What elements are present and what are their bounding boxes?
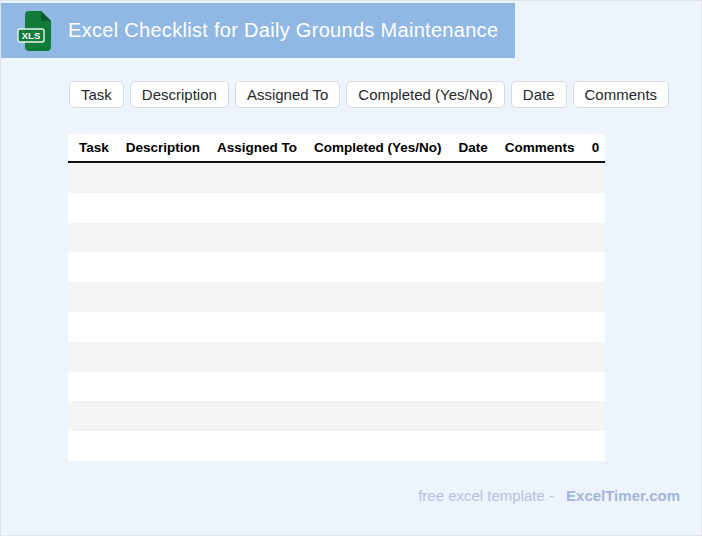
column-header-assigned-to: Assigned To	[217, 140, 297, 155]
column-chips: Task Description Assigned To Completed (…	[69, 81, 669, 108]
app-header: XLS Excel Checklist for Daily Grounds Ma…	[1, 3, 515, 58]
table-row	[68, 431, 605, 461]
checklist-table: Task Description Assigned To Completed (…	[68, 134, 605, 461]
table-row	[68, 312, 605, 342]
footer: free excel template -ExcelTimer.com	[418, 487, 680, 504]
chip-description[interactable]: Description	[130, 81, 229, 108]
column-header-zero: 0	[592, 140, 600, 155]
xls-badge-label: XLS	[22, 30, 40, 41]
page: XLS Excel Checklist for Daily Grounds Ma…	[0, 0, 702, 536]
table-row	[68, 372, 605, 402]
chip-date[interactable]: Date	[511, 81, 567, 108]
chip-comments[interactable]: Comments	[573, 81, 670, 108]
table-row	[68, 282, 605, 312]
column-header-comments: Comments	[505, 140, 575, 155]
table-row	[68, 401, 605, 431]
table-header-row: Task Description Assigned To Completed (…	[68, 134, 605, 163]
column-header-task: Task	[79, 140, 109, 155]
chip-task[interactable]: Task	[69, 81, 124, 108]
chip-completed[interactable]: Completed (Yes/No)	[346, 81, 505, 108]
chip-assigned-to[interactable]: Assigned To	[235, 81, 340, 108]
brand-link[interactable]: ExcelTimer.com	[566, 487, 680, 504]
column-header-date: Date	[459, 140, 488, 155]
footer-text: free excel template -	[418, 487, 554, 504]
table-row	[68, 223, 605, 253]
table-body	[68, 163, 605, 461]
table-row	[68, 252, 605, 282]
page-title: Excel Checklist for Daily Grounds Mainte…	[68, 19, 498, 42]
column-header-completed: Completed (Yes/No)	[314, 140, 442, 155]
table-row	[68, 193, 605, 223]
xls-file-icon: XLS	[17, 10, 53, 52]
table-row	[68, 342, 605, 372]
column-header-description: Description	[126, 140, 200, 155]
table-row	[68, 163, 605, 193]
